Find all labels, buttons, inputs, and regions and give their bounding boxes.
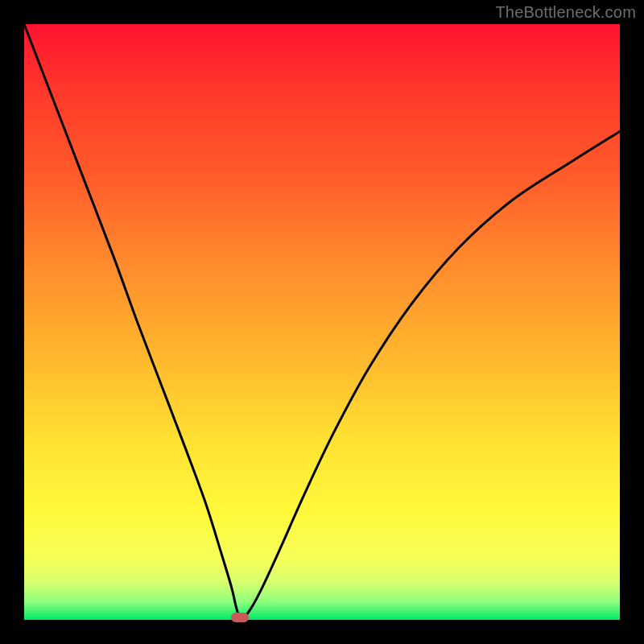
optimal-point-marker — [231, 613, 249, 622]
plot-area — [24, 24, 620, 620]
watermark-text: TheBottleneck.com — [495, 3, 636, 22]
chart-stage: TheBottleneck.com — [0, 0, 644, 644]
bottleneck-curve — [24, 24, 620, 620]
